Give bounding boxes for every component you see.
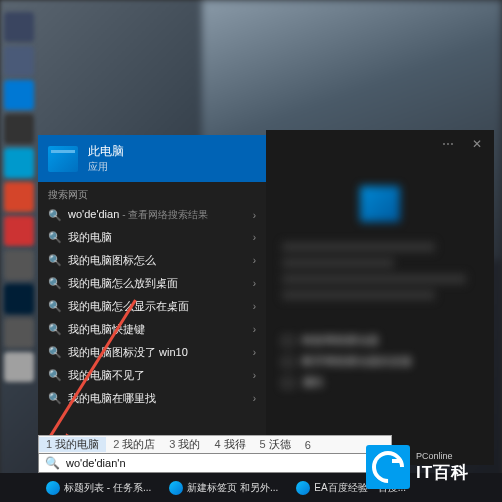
context-action[interactable]: 断开网络驱动器的连接 xyxy=(278,351,482,372)
desktop-icon[interactable] xyxy=(4,46,34,76)
ime-candidate[interactable]: 6 xyxy=(298,439,321,451)
best-match-subtitle: 应用 xyxy=(88,160,124,174)
search-icon: 🔍 xyxy=(48,346,60,359)
context-action[interactable]: 映射网络驱动器 xyxy=(278,330,482,351)
blurred-line xyxy=(282,274,466,284)
desktop-icon[interactable] xyxy=(4,12,34,42)
edge-icon xyxy=(46,481,60,495)
desktop-icon[interactable] xyxy=(4,216,34,246)
window-titlebar: ⋯ ✕ xyxy=(266,130,494,158)
search-result-item[interactable]: 🔍wo'de'dian - 查看网络搜索结果› xyxy=(38,204,266,226)
logo-icon xyxy=(366,445,410,489)
result-text: 我的电脑图标怎么 xyxy=(68,253,245,268)
result-text: 我的电脑 xyxy=(68,230,245,245)
this-pc-icon xyxy=(360,186,400,222)
desktop-icon[interactable] xyxy=(4,284,34,314)
search-result-item[interactable]: 🔍我的电脑在哪里找› xyxy=(38,387,266,410)
blurred-line xyxy=(282,258,394,268)
search-result-item[interactable]: 🔍我的电脑怎么显示在桌面› xyxy=(38,295,266,318)
chevron-right-icon: › xyxy=(253,324,256,335)
desktop-icons-column xyxy=(2,8,36,386)
search-result-item[interactable]: 🔍我的电脑怎么放到桌面› xyxy=(38,272,266,295)
search-result-item[interactable]: 🔍我的电脑› xyxy=(38,226,266,249)
chevron-right-icon: › xyxy=(253,347,256,358)
desktop-icon[interactable] xyxy=(4,318,34,348)
ime-candidate[interactable]: 1我的电脑 xyxy=(39,437,106,452)
chevron-right-icon: › xyxy=(253,301,256,312)
search-results-panel: 此电脑 应用 搜索网页 🔍wo'de'dian - 查看网络搜索结果›🔍我的电脑… xyxy=(38,135,266,465)
result-text: 我的电脑怎么放到桌面 xyxy=(68,276,245,291)
search-icon: 🔍 xyxy=(48,369,60,382)
chevron-right-icon: › xyxy=(253,255,256,266)
action-label: 断开网络驱动器的连接 xyxy=(302,354,412,369)
desktop-icon[interactable] xyxy=(4,114,34,144)
best-match-title: 此电脑 xyxy=(88,143,124,160)
search-icon: 🔍 xyxy=(48,392,60,405)
result-text: 我的电脑在哪里找 xyxy=(68,391,245,406)
ime-candidate[interactable]: 4我得 xyxy=(207,437,252,452)
ime-candidate-bar[interactable]: 1我的电脑2我的店3我的4我得5沃德6 xyxy=(38,435,392,454)
blurred-line xyxy=(282,290,435,300)
blurred-line xyxy=(282,242,435,252)
result-text: 我的电脑图标没了 win10 xyxy=(68,345,245,360)
desktop-icon[interactable] xyxy=(4,80,34,110)
drive-icon xyxy=(282,336,294,346)
search-icon: 🔍 xyxy=(48,254,60,267)
desktop-icon[interactable] xyxy=(4,352,34,382)
chevron-right-icon: › xyxy=(253,278,256,289)
search-icon: 🔍 xyxy=(48,323,60,336)
desktop-icon[interactable] xyxy=(4,148,34,178)
context-action[interactable]: 属性 xyxy=(278,372,482,393)
section-header: 搜索网页 xyxy=(38,182,266,204)
watermark-logo: PConline IT百科 xyxy=(366,442,496,492)
preview-panel: ⋯ ✕ 映射网络驱动器 断开网络驱动器的连接 属性 xyxy=(266,130,494,465)
chevron-right-icon: › xyxy=(253,370,256,381)
logo-title: IT百科 xyxy=(416,461,469,484)
search-result-item[interactable]: 🔍我的电脑图标没了 win10› xyxy=(38,341,266,364)
chevron-right-icon: › xyxy=(253,232,256,243)
search-result-item[interactable]: 🔍我的电脑图标怎么› xyxy=(38,249,266,272)
action-label: 属性 xyxy=(302,375,324,390)
taskbar-item[interactable]: 新建标签页 和另外... xyxy=(163,479,284,497)
search-icon: 🔍 xyxy=(48,300,60,313)
props-icon xyxy=(282,378,294,388)
desktop-icon[interactable] xyxy=(4,182,34,212)
search-icon: 🔍 xyxy=(48,277,60,290)
action-label: 映射网络驱动器 xyxy=(302,333,379,348)
more-icon[interactable]: ⋯ xyxy=(442,137,454,151)
result-text: 我的电脑怎么显示在桌面 xyxy=(68,299,245,314)
search-result-item[interactable]: 🔍我的电脑不见了› xyxy=(38,364,266,387)
taskbar-item[interactable]: 标题列表 - 任务系... xyxy=(40,479,157,497)
search-icon: 🔍 xyxy=(48,209,60,222)
edge-icon xyxy=(169,481,183,495)
this-pc-icon xyxy=(48,146,78,172)
close-icon[interactable]: ✕ xyxy=(472,137,482,151)
desktop-icon[interactable] xyxy=(4,250,34,280)
search-result-item[interactable]: 🔍我的电脑快捷键› xyxy=(38,318,266,341)
search-icon: 🔍 xyxy=(48,231,60,244)
result-list: 🔍wo'de'dian - 查看网络搜索结果›🔍我的电脑›🔍我的电脑图标怎么›🔍… xyxy=(38,204,266,465)
search-input[interactable] xyxy=(66,457,385,469)
chevron-right-icon: › xyxy=(253,393,256,404)
ime-candidate[interactable]: 5沃德 xyxy=(253,437,298,452)
drive-icon xyxy=(282,357,294,367)
ime-candidate[interactable]: 3我的 xyxy=(162,437,207,452)
result-text: 我的电脑不见了 xyxy=(68,368,245,383)
search-box[interactable]: 🔍 xyxy=(38,453,392,473)
result-text: 我的电脑快捷键 xyxy=(68,322,245,337)
result-text: wo'de'dian - 查看网络搜索结果 xyxy=(68,208,245,222)
edge-icon xyxy=(296,481,310,495)
chevron-right-icon: › xyxy=(253,210,256,221)
ime-candidate[interactable]: 2我的店 xyxy=(106,437,162,452)
best-match-item[interactable]: 此电脑 应用 xyxy=(38,135,266,182)
search-icon: 🔍 xyxy=(45,456,60,470)
logo-subtitle: PConline xyxy=(416,451,469,461)
